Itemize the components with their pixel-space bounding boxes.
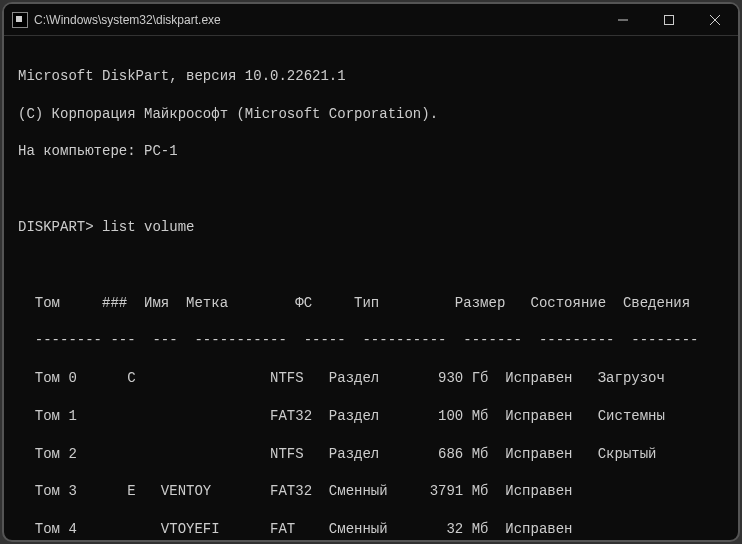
intro-line: На компьютере: PC-1 [18, 142, 724, 161]
intro-line: Microsoft DiskPart, версия 10.0.22621.1 [18, 67, 724, 86]
table-divider: -------- --- --- ----------- ----- -----… [18, 331, 724, 350]
titlebar[interactable]: C:\Windows\system32\diskpart.exe [4, 4, 738, 36]
table-row: Том 3 E VENTOY FAT32 Сменный 3791 Мб Исп… [18, 482, 724, 501]
blank-line [18, 256, 724, 275]
console-window: C:\Windows\system32\diskpart.exe Microso… [2, 2, 740, 542]
table-row: Том 0 C NTFS Раздел 930 Гб Исправен Загр… [18, 369, 724, 388]
blank-line [18, 180, 724, 199]
app-icon [12, 12, 28, 28]
minimize-button[interactable] [600, 4, 646, 35]
close-icon [710, 15, 720, 25]
maximize-icon [664, 15, 674, 25]
table-row: Том 2 NTFS Раздел 686 Мб Исправен Скрыты… [18, 445, 724, 464]
svg-rect-1 [665, 15, 674, 24]
window-title: C:\Windows\system32\diskpart.exe [34, 13, 600, 27]
prompt-prefix: DISKPART> [18, 219, 94, 235]
minimize-icon [618, 15, 628, 25]
table-row: Том 1 FAT32 Раздел 100 Мб Исправен Систе… [18, 407, 724, 426]
terminal-output[interactable]: Microsoft DiskPart, версия 10.0.22621.1 … [4, 36, 738, 540]
table-row: Том 4 VTOYEFI FAT Сменный 32 Мб Исправен [18, 520, 724, 539]
command-text: list volume [102, 219, 194, 235]
maximize-button[interactable] [646, 4, 692, 35]
table-header: Том ### Имя Метка ФС Тип Размер Состояни… [18, 294, 724, 313]
prompt-line: DISKPART> list volume [18, 218, 724, 237]
close-button[interactable] [692, 4, 738, 35]
window-controls [600, 4, 738, 35]
intro-line: (C) Корпорация Майкрософт (Microsoft Cor… [18, 105, 724, 124]
